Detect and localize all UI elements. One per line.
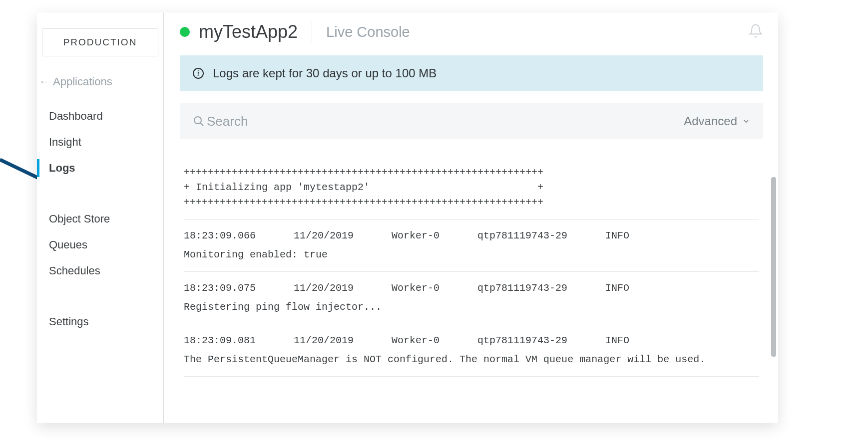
app-card: PRODUCTION ← Applications Dashboard Insi… [37, 12, 778, 423]
main-panel: myTestApp2 Live Console i Logs are kept … [164, 12, 778, 423]
preamble-line: ++++++++++++++++++++++++++++++++++++++++… [184, 195, 759, 210]
chevron-down-icon [742, 117, 750, 125]
sidebar-item-label: Settings [49, 315, 89, 328]
log-entry[interactable]: 18:23:09.075 11/20/2019 Worker-0 qtp7811… [184, 272, 759, 324]
sidebar-item-label: Logs [49, 162, 75, 175]
sidebar-item-dashboard[interactable]: Dashboard [39, 103, 161, 129]
back-link-label: Applications [53, 75, 112, 88]
sidebar-item-label: Object Store [49, 213, 110, 225]
log-time: 18:23:09.081 [184, 333, 256, 348]
log-worker: Worker-0 [392, 281, 439, 296]
environment-selector[interactable]: PRODUCTION [42, 28, 158, 56]
log-date: 11/20/2019 [294, 228, 354, 243]
sidebar-item-label: Queues [49, 238, 87, 251]
sidebar-item-label: Schedules [49, 264, 100, 277]
sidebar-item-label: Dashboard [49, 110, 103, 123]
app-name: myTestApp2 [199, 21, 298, 42]
section-title: Live Console [326, 24, 410, 40]
title-separator [312, 21, 312, 42]
sidebar-item-object-store[interactable]: Object Store [39, 206, 161, 232]
sidebar: PRODUCTION ← Applications Dashboard Insi… [37, 12, 164, 423]
sidebar-item-settings[interactable]: Settings [39, 309, 161, 335]
svg-point-1 [194, 117, 201, 124]
info-icon: i [193, 68, 204, 79]
search-input[interactable] [207, 114, 684, 129]
log-worker: Worker-0 [392, 333, 439, 348]
log-date: 11/20/2019 [294, 281, 354, 296]
log-area[interactable]: ++++++++++++++++++++++++++++++++++++++++… [180, 143, 763, 423]
log-thread: qtp781119743-29 [477, 333, 567, 348]
advanced-label: Advanced [684, 114, 737, 128]
sidebar-item-queues[interactable]: Queues [39, 232, 161, 258]
sidebar-item-insight[interactable]: Insight [39, 129, 161, 155]
log-message: The PersistentQueueManager is NOT config… [184, 352, 759, 367]
sidebar-item-schedules[interactable]: Schedules [39, 258, 161, 284]
log-level: INFO [605, 333, 629, 348]
log-level: INFO [605, 228, 629, 243]
log-thread: qtp781119743-29 [477, 281, 567, 296]
log-worker: Worker-0 [392, 228, 439, 243]
bell-icon [748, 23, 763, 38]
log-date: 11/20/2019 [294, 333, 354, 348]
sidebar-item-logs[interactable]: Logs [39, 155, 161, 181]
notifications-button[interactable] [748, 23, 763, 40]
search-icon [193, 115, 205, 127]
log-preamble: ++++++++++++++++++++++++++++++++++++++++… [184, 165, 759, 220]
back-to-applications-link[interactable]: ← Applications [39, 70, 161, 103]
log-level: INFO [605, 281, 629, 296]
svg-line-2 [200, 123, 203, 126]
info-banner: i Logs are kept for 30 days or up to 100… [180, 55, 763, 91]
log-message: Monitoring enabled: true [184, 247, 759, 262]
log-entry[interactable]: 18:23:09.081 11/20/2019 Worker-0 qtp7811… [184, 324, 759, 377]
search-bar: Advanced [180, 103, 763, 139]
log-entry[interactable]: 18:23:09.066 11/20/2019 Worker-0 qtp7811… [184, 220, 759, 272]
preamble-line: + Initializing app 'mytestapp2' + [184, 180, 759, 195]
scrollbar-thumb[interactable] [771, 177, 776, 357]
titlebar: myTestApp2 Live Console [180, 21, 763, 42]
log-time: 18:23:09.075 [184, 281, 256, 296]
arrow-left-icon: ← [39, 75, 50, 88]
status-dot-icon [180, 27, 190, 37]
sidebar-item-label: Insight [49, 136, 81, 149]
info-banner-text: Logs are kept for 30 days or up to 100 M… [213, 66, 436, 80]
log-message: Registering ping flow injector... [184, 300, 759, 315]
preamble-line: ++++++++++++++++++++++++++++++++++++++++… [184, 165, 759, 180]
log-time: 18:23:09.066 [184, 228, 256, 243]
log-thread: qtp781119743-29 [477, 228, 567, 243]
advanced-toggle[interactable]: Advanced [684, 114, 750, 128]
